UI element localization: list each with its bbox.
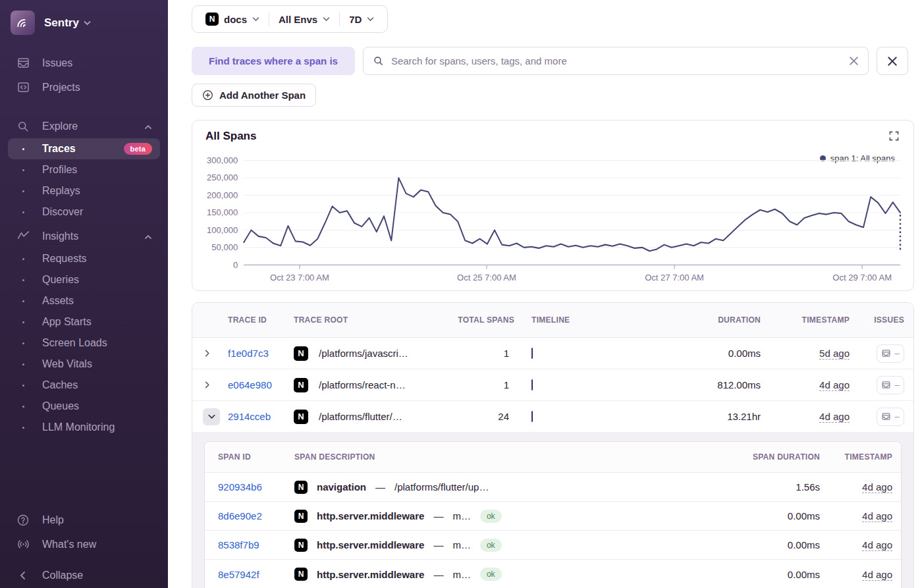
separator: — (375, 481, 385, 493)
sidebar-item-queries[interactable]: Queries (8, 269, 160, 290)
issues-count: – (894, 380, 899, 390)
sidebar-item-caches[interactable]: Caches (8, 375, 160, 396)
timestamp[interactable]: 5d ago (819, 348, 850, 360)
collapse-row-button[interactable] (203, 408, 220, 425)
remove-span-filter-button[interactable] (877, 47, 908, 75)
chevron-up-icon (144, 230, 152, 242)
col-span-description: SPAN DESCRIPTION (294, 452, 531, 462)
traces-table-header: TRACE ID TRACE ROOT TOTAL SPANS TIMELINE… (192, 303, 913, 338)
sidebar-item-projects[interactable]: Projects (8, 75, 160, 99)
sidebar-item-whats-new[interactable]: What's new (8, 532, 160, 556)
trace-id-link[interactable]: e064e980 (228, 379, 294, 390)
sidebar-item-label: Profiles (42, 164, 77, 176)
time-range-selector[interactable]: 7D (340, 14, 383, 25)
svg-text:150,000: 150,000 (207, 207, 238, 217)
sidebar-item-label: Projects (42, 82, 80, 94)
sidebar-item-requests[interactable]: Requests (8, 248, 160, 269)
span-op: navigation (317, 481, 366, 493)
environment-selector[interactable]: All Envs (269, 14, 339, 25)
chevron-down-icon (252, 16, 259, 22)
span-timestamp[interactable]: 4d ago (862, 569, 892, 581)
svg-text:250,000: 250,000 (207, 173, 238, 182)
issues-button[interactable]: – (877, 408, 904, 426)
sidebar-item-help[interactable]: Help (8, 508, 160, 532)
beta-badge: beta (124, 143, 152, 155)
insights-icon (16, 229, 30, 243)
expanded-trace-area: SPAN ID SPAN DESCRIPTION SPAN DURATION T… (192, 433, 913, 588)
span-timestamp[interactable]: 4d ago (862, 481, 892, 493)
separator: — (433, 510, 443, 521)
span-id-link[interactable]: 8e57942f (218, 569, 294, 580)
add-another-span-button[interactable]: Add Another Span (192, 84, 316, 107)
trace-root: /platforms/flutter/… (319, 411, 402, 422)
project-selector[interactable]: N docs (196, 13, 269, 26)
sidebar-item-queues[interactable]: Queues (8, 396, 160, 417)
sidebar-footer: Help What's new Collapse (0, 508, 168, 581)
sidebar-item-traces[interactable]: Traces beta (8, 138, 160, 159)
span-desc: /platforms/flutter/up… (394, 481, 489, 493)
span-timestamp[interactable]: 4d ago (862, 510, 892, 522)
sidebar-section-explore[interactable]: Explore (8, 115, 160, 138)
expand-row-button[interactable] (203, 349, 228, 358)
main-content: N docs All Envs 7D Find (168, 0, 922, 588)
span-row: 8538f7b9 N http.server.middleware — m… o… (205, 531, 901, 560)
sidebar-section-insights[interactable]: Insights (8, 224, 160, 248)
sidebar-item-label: Help (42, 514, 64, 526)
sidebar-item-llm-monitoring[interactable]: LLM Monitoring (8, 417, 160, 438)
timestamp[interactable]: 4d ago (819, 411, 850, 423)
span-id-link[interactable]: 920934b6 (218, 481, 294, 493)
trace-id-link[interactable]: f1e0d7c3 (228, 348, 294, 359)
sidebar-item-label: Issues (42, 57, 72, 69)
issues-count: – (894, 348, 899, 358)
span-id-link[interactable]: 8538f7b9 (218, 539, 294, 550)
span-search-input[interactable] (391, 55, 842, 67)
chart-svg: 050,000100,000150,000200,000250,000300,0… (195, 152, 907, 288)
trace-id-link[interactable]: 2914cceb (228, 411, 294, 422)
span-search-box[interactable] (363, 47, 869, 75)
col-trace-root: TRACE ROOT (294, 315, 452, 325)
brand: Sentry (0, 5, 168, 41)
sidebar-item-discover[interactable]: Discover (8, 201, 160, 223)
sidebar-item-issues[interactable]: Issues (8, 51, 160, 75)
issues-button[interactable]: – (877, 344, 904, 363)
col-duration: DURATION (718, 315, 761, 325)
svg-text:100,000: 100,000 (207, 225, 238, 234)
col-total-spans: TOTAL SPANS (458, 315, 514, 325)
issues-button[interactable]: – (877, 376, 904, 394)
bullet-icon (16, 300, 30, 302)
sidebar-item-label: Requests (42, 253, 87, 265)
sidebar-item-label: What's new (42, 539, 96, 550)
sidebar-item-app-starts[interactable]: App Starts (8, 311, 160, 333)
duration: 0.00ms (728, 348, 761, 359)
sentry-logo-icon[interactable] (11, 11, 35, 35)
issues-icon (881, 348, 891, 358)
clear-search-icon[interactable] (849, 56, 859, 66)
sidebar-item-assets[interactable]: Assets (8, 290, 160, 311)
span-op: http.server.middleware (317, 510, 424, 521)
nextjs-icon: N (294, 568, 308, 581)
span-duration: 0.00ms (788, 539, 820, 550)
nextjs-icon: N (294, 346, 308, 361)
expand-row-button[interactable] (203, 381, 228, 389)
span-row: 920934b6 N navigation — /platforms/flutt… (205, 473, 901, 502)
chevron-down-icon (84, 20, 91, 26)
timestamp[interactable]: 4d ago (819, 379, 850, 391)
broadcast-icon (16, 537, 30, 551)
fullscreen-icon[interactable] (889, 131, 899, 144)
sidebar-collapse-button[interactable]: Collapse (8, 566, 160, 581)
sidebar-item-profiles[interactable]: Profiles (8, 159, 160, 180)
org-switcher[interactable]: Sentry (44, 16, 91, 30)
span-timestamp[interactable]: 4d ago (862, 539, 892, 551)
sidebar-item-replays[interactable]: Replays (8, 180, 160, 201)
chevron-right-icon (203, 349, 211, 358)
span-id-link[interactable]: 8d6e90e2 (218, 510, 294, 521)
sidebar-item-web-vitals[interactable]: Web Vitals (8, 354, 160, 375)
sidebar: Sentry Issues Projects (0, 0, 168, 588)
sidebar-item-screen-loads[interactable]: Screen Loads (8, 333, 160, 354)
bullet-icon (16, 342, 30, 344)
separator: — (433, 539, 443, 550)
span-op: http.server.middleware (317, 539, 424, 550)
span-desc: m… (452, 569, 471, 580)
nextjs-icon: N (294, 378, 308, 392)
traces-table: TRACE ID TRACE ROOT TOTAL SPANS TIMELINE… (192, 302, 914, 588)
